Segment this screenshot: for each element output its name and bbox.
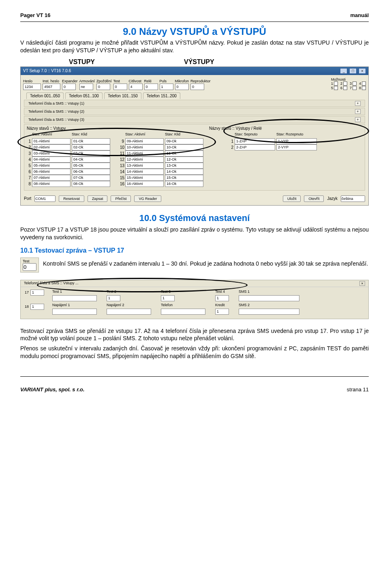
precist-button[interactable]: Přečíst <box>111 195 131 202</box>
heading-10-1: 10.1 Testovací zpráva – VSTUP 17 <box>20 247 369 254</box>
row-18-spin[interactable] <box>30 304 44 310</box>
jazyk-select[interactable] <box>341 195 365 202</box>
stav-k-input[interactable] <box>165 138 203 144</box>
paragraph-intro: V následující části programu je možné př… <box>20 39 369 54</box>
jazyk-label: Jazyk <box>327 196 338 201</box>
kredit-input[interactable] <box>215 309 229 315</box>
test2-input[interactable] <box>107 295 120 301</box>
stav-sepnuto-input[interactable] <box>235 144 275 150</box>
sms2-input[interactable] <box>239 309 299 315</box>
row-num: 2 <box>229 145 233 150</box>
expand-icon[interactable]: + <box>355 109 361 114</box>
reproduktor-input[interactable] <box>190 84 204 90</box>
stav-sepnuto-input[interactable] <box>235 138 275 144</box>
stav-a-input[interactable] <box>32 150 71 157</box>
napajeni1-input[interactable] <box>52 309 97 315</box>
test-input[interactable] <box>113 84 127 90</box>
expand-icon[interactable]: + <box>355 101 361 106</box>
stav-a-input[interactable] <box>125 150 164 157</box>
stav-k-input[interactable] <box>165 169 203 175</box>
test-mini-input[interactable] <box>23 263 36 271</box>
row-num: 4 <box>27 157 31 162</box>
stav-k-input[interactable] <box>165 157 203 163</box>
test3-input[interactable] <box>161 295 175 301</box>
stav-a-input[interactable] <box>32 181 71 187</box>
stav-a-input[interactable] <box>32 144 71 150</box>
tab-telefon-0[interactable]: Telefon 001..050 <box>26 92 64 99</box>
stav-a-input[interactable] <box>125 144 164 150</box>
stav-a-input[interactable] <box>125 169 164 175</box>
collapse-icon[interactable]: × <box>359 281 365 286</box>
maximize-button[interactable]: □ <box>349 68 357 74</box>
stav-a-input[interactable] <box>32 175 71 181</box>
tab-telefon-1[interactable]: Telefon 051..100 <box>65 92 103 99</box>
stav-a-input[interactable] <box>32 169 71 175</box>
moznosti-checkbox-1[interactable] <box>334 82 338 86</box>
stav-k-input[interactable] <box>165 144 203 150</box>
moznosti-checkbox-6[interactable] <box>343 86 347 90</box>
stav-a-input[interactable] <box>125 181 164 187</box>
otevrit-button[interactable]: Otevřít <box>304 195 324 202</box>
minimize-button[interactable]: _ <box>340 68 347 74</box>
stav-k-input[interactable] <box>72 163 110 169</box>
stav-a-input[interactable] <box>32 157 71 163</box>
expand-icon[interactable]: + <box>355 117 361 122</box>
mikrofon-label: Mikrofon <box>175 79 189 83</box>
moznosti-checkbox-3[interactable] <box>353 82 357 86</box>
napajeni2-input[interactable] <box>107 309 151 315</box>
strip-3[interactable]: Telefonní čísla a SMS :: Vstupy (3) <box>28 118 84 122</box>
port-label: Port <box>24 196 31 201</box>
tab-telefon-3[interactable]: Telefon 151..200 <box>143 92 180 99</box>
mikrofon-input[interactable] <box>175 84 189 90</box>
stav-k-input[interactable] <box>72 157 110 163</box>
armovani-select[interactable] <box>79 84 93 90</box>
expander-input[interactable] <box>62 84 76 90</box>
heslo-input[interactable] <box>23 84 41 90</box>
stav-a-input[interactable] <box>32 163 71 169</box>
stav-k-input[interactable] <box>72 169 110 175</box>
zpozdeni-input[interactable] <box>96 84 110 90</box>
close-button[interactable]: × <box>359 68 366 74</box>
telefon-input[interactable] <box>161 309 205 315</box>
vgreader-button[interactable]: VG Reader <box>134 195 161 202</box>
stav-a-input[interactable] <box>125 157 164 163</box>
stav-k-input[interactable] <box>165 150 203 157</box>
test1-input[interactable] <box>52 295 97 301</box>
moznosti-checkbox-4[interactable] <box>362 82 366 86</box>
stav-k-input[interactable] <box>165 175 203 181</box>
stav-a-input[interactable] <box>125 163 164 169</box>
hdr-aktivni-2: Stav: Aktivní <box>125 132 164 136</box>
footer-right: strana 11 <box>347 386 369 393</box>
stav-k-input[interactable] <box>72 175 110 181</box>
row-17-spin[interactable] <box>30 290 44 296</box>
reset-button[interactable]: Resetovat <box>59 195 84 202</box>
top-toolbar: Heslo Inst. heslo Expander Armování Zpož… <box>21 75 368 91</box>
stav-rozepnuto-input[interactable] <box>276 144 317 150</box>
strip-1[interactable]: Telefonní čísla a SMS :: Vstupy (1) <box>28 101 84 105</box>
port-select[interactable] <box>34 195 56 202</box>
stav-a-input[interactable] <box>125 138 164 144</box>
citlivost-input[interactable] <box>129 84 143 90</box>
sms1-input[interactable] <box>239 295 299 301</box>
stav-k-input[interactable] <box>72 144 110 150</box>
stav-rozepnuto-input[interactable] <box>276 138 317 144</box>
moznosti-checkbox-7[interactable] <box>353 86 357 90</box>
ulozit-button[interactable]: Uložit <box>283 195 301 202</box>
moznosti-checkbox-2[interactable] <box>343 82 347 86</box>
stav-k-input[interactable] <box>165 163 203 169</box>
stav-k-input[interactable] <box>165 181 203 187</box>
stav-a-input[interactable] <box>125 175 164 181</box>
moznosti-checkbox-5[interactable] <box>334 86 338 90</box>
stav-k-input[interactable] <box>72 150 110 157</box>
moznosti-checkbox-8[interactable] <box>362 86 366 90</box>
puls-input[interactable] <box>160 84 173 90</box>
instheslo-input[interactable] <box>43 84 60 90</box>
zapsat-button[interactable]: Zapsat <box>88 195 108 202</box>
test4-input[interactable] <box>215 295 229 301</box>
rele-input[interactable] <box>144 84 158 90</box>
strip-2[interactable]: Telefonní čísla a SMS :: Vstupy (2) <box>28 109 84 114</box>
stav-a-input[interactable] <box>32 138 71 144</box>
tab-telefon-2[interactable]: Telefon 101..150 <box>104 92 141 99</box>
stav-k-input[interactable] <box>72 138 110 144</box>
stav-k-input[interactable] <box>72 181 110 187</box>
